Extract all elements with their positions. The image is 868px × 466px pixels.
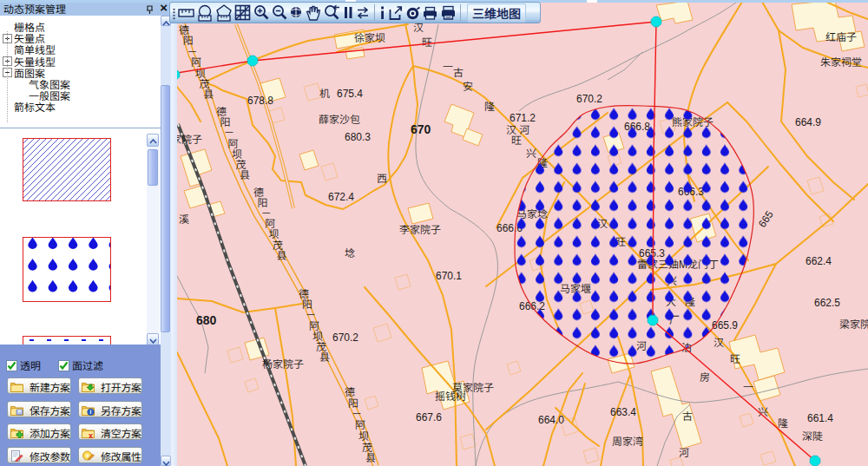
svg-text:一: 一	[443, 58, 453, 73]
svg-text:670: 670	[411, 120, 431, 137]
svg-text:670.2: 670.2	[332, 329, 358, 344]
svg-text:664.0: 664.0	[538, 411, 564, 426]
svg-text:i: i	[90, 407, 92, 416]
svg-text:朱家祠堂: 朱家祠堂	[820, 54, 862, 69]
svg-text:汉: 汉	[713, 334, 724, 349]
svg-text:古: 古	[453, 64, 464, 79]
svg-text:杨家院子: 杨家院子	[262, 356, 304, 371]
svg-text:机: 机	[319, 85, 330, 100]
svg-text:深陡: 深陡	[802, 428, 823, 443]
svg-text:663.4: 663.4	[610, 404, 636, 418]
svg-text:670.1: 670.1	[436, 267, 462, 282]
svg-text:县: 县	[203, 86, 214, 101]
svg-text:680.3: 680.3	[345, 128, 371, 143]
svg-text:县: 县	[276, 247, 286, 262]
svg-text:溪: 溪	[179, 211, 189, 226]
svg-text:摇钱树: 摇钱树	[435, 388, 466, 403]
svg-text:徐家坝: 徐家坝	[354, 30, 385, 44]
svg-text:旺: 旺	[422, 34, 432, 49]
svg-text:隆: 隆	[778, 415, 788, 430]
svg-text:一: 一	[743, 378, 753, 393]
svg-text:x: x	[89, 430, 93, 438]
svg-text:房: 房	[700, 369, 710, 384]
svg-text:县: 县	[319, 349, 330, 364]
svg-text:661.4: 661.4	[807, 410, 833, 424]
svg-text:旺: 旺	[511, 132, 522, 147]
svg-text:薛家沙包: 薛家沙包	[319, 111, 360, 126]
svg-text:旺: 旺	[730, 351, 740, 365]
svg-text:隆: 隆	[484, 98, 495, 113]
svg-text:县: 县	[365, 450, 376, 464]
svg-text:西: 西	[377, 170, 387, 185]
svg-text:670.2: 670.2	[576, 90, 602, 105]
svg-text:河: 河	[679, 444, 689, 459]
svg-text:675.4: 675.4	[337, 85, 363, 100]
svg-text:家院子: 家院子	[177, 131, 202, 146]
svg-text:678.8: 678.8	[247, 92, 273, 107]
svg-text:红庙子: 红庙子	[825, 29, 857, 43]
svg-text:周家湾: 周家湾	[612, 433, 643, 448]
svg-text:埝: 埝	[345, 245, 355, 259]
svg-text:672.4: 672.4	[328, 188, 354, 203]
svg-text:662.4: 662.4	[806, 253, 832, 267]
svg-text:安: 安	[463, 78, 473, 93]
svg-text:667.6: 667.6	[416, 409, 442, 423]
svg-text:664.9: 664.9	[795, 114, 821, 128]
svg-text:县: 县	[240, 167, 250, 181]
svg-text:680: 680	[196, 311, 217, 328]
svg-text:李家院子: 李家院子	[399, 221, 441, 236]
svg-text:兴: 兴	[526, 145, 536, 160]
svg-text:古: 古	[682, 408, 693, 423]
svg-text:662.5: 662.5	[814, 294, 840, 309]
svg-text:梁家院: 梁家院	[839, 316, 868, 331]
